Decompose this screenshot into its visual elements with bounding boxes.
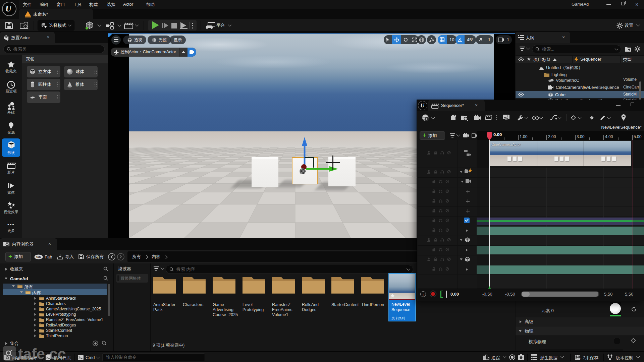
svg-text:fab: fab (36, 255, 41, 259)
